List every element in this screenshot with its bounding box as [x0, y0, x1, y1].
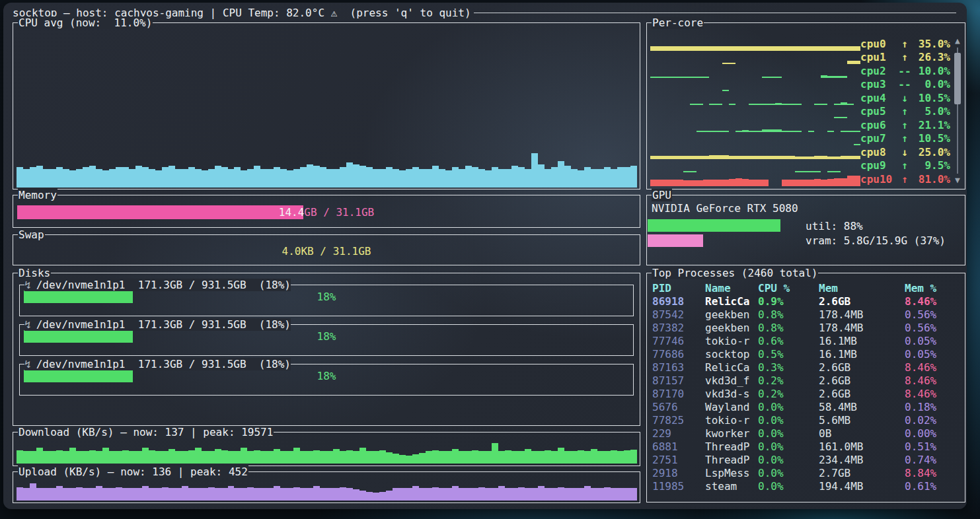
- upload-bar: [307, 488, 313, 501]
- gpu-vram-gauge-fill: [648, 234, 703, 247]
- upload-bar: [564, 488, 571, 501]
- upload-bar: [320, 488, 326, 501]
- core-name: cpu9: [860, 159, 897, 172]
- title-border-line: [474, 13, 956, 13]
- download-bar: [30, 451, 36, 464]
- upload-bar: [313, 486, 320, 501]
- download-bar: [182, 451, 188, 464]
- upload-bar: [155, 488, 162, 501]
- upload-bar: [340, 487, 346, 501]
- core-spark-bar: [847, 176, 854, 186]
- download-bar: [346, 450, 353, 464]
- process-table: PIDNameCPU %MemMem %86918RelicCa0.9%2.6G…: [652, 281, 961, 493]
- core-spark-bar: [775, 46, 782, 51]
- cpu-avg-bar: [307, 164, 313, 188]
- panel-download-title: Download (KB/s) — now: 137 | peak: 19571: [18, 426, 274, 438]
- process-mem-percent: 0.05%: [905, 348, 961, 361]
- process-name: tokio-r: [705, 414, 758, 427]
- process-mem: 161.0MB: [819, 440, 905, 453]
- process-row[interactable]: 87382geekben0.8%178.4MB0.56%: [652, 321, 961, 334]
- process-row[interactable]: 229kworker0.0%0B0.00%: [652, 427, 961, 440]
- process-row[interactable]: 11985steam0.0%194.4MB0.61%: [652, 479, 961, 493]
- scroll-up-icon[interactable]: ▲: [955, 36, 960, 46]
- panel-processes: Top Processes (2460 total) PIDNameCPU %M…: [646, 273, 965, 502]
- download-bar: [96, 451, 102, 464]
- process-cpu-percent: 0.2%: [758, 374, 819, 387]
- cpu-avg-bar: [492, 167, 498, 188]
- core-trend-icon: ↑: [897, 132, 912, 145]
- download-bar: [406, 456, 412, 464]
- core-spark-bar: [782, 180, 788, 186]
- core-sparkline-cpu4: [650, 92, 860, 105]
- core-spark-bar: [683, 46, 690, 51]
- process-row[interactable]: 6881ThreadP0.0%161.0MB0.51%: [652, 440, 961, 453]
- process-row[interactable]: 77686socktop0.5%16.1MB0.05%: [652, 347, 961, 361]
- column-header-pid: PID: [652, 282, 705, 294]
- disk-label: /dev/nvme1n1p1 171.3GB / 931.5GB (18%): [36, 358, 291, 370]
- download-bar: [287, 451, 293, 464]
- cpu-avg-bar: [426, 169, 432, 188]
- upload-bar: [287, 488, 293, 501]
- process-row[interactable]: 77746tokio-r0.6%16.1MB0.05%: [652, 334, 961, 347]
- terminal-window[interactable]: socktop — host: cachyos-gaming | CPU Tem…: [3, 3, 967, 509]
- cpu-avg-bar: [419, 169, 426, 188]
- cpu-avg-bar: [346, 162, 353, 188]
- core-spark-bar: [854, 46, 860, 51]
- core-name: cpu4: [860, 92, 897, 104]
- process-row[interactable]: 5676Wayland0.0%58.4MB0.18%: [652, 400, 961, 413]
- process-mem-percent: 0.61%: [905, 480, 961, 493]
- upload-bar: [445, 488, 452, 501]
- upload-bar: [17, 487, 23, 501]
- upload-bar: [359, 491, 366, 501]
- process-pid: 2918: [652, 467, 705, 479]
- process-row[interactable]: 2751ThreadP0.0%234.4MB0.74%: [652, 453, 961, 466]
- cpu-avg-bar: [30, 167, 36, 188]
- core-spark-bar: [834, 178, 841, 186]
- core-spark-bar: [690, 180, 697, 186]
- download-bar: [485, 451, 492, 464]
- cpu-avg-bar: [459, 169, 465, 188]
- download-bar: [492, 443, 498, 464]
- process-row[interactable]: 86918RelicCa0.9%2.6GB8.46%: [652, 294, 961, 308]
- upload-bar: [169, 488, 175, 501]
- scrollbar-thumb[interactable]: [954, 53, 961, 104]
- upload-bar: [149, 488, 155, 501]
- process-name: vkd3d-s: [705, 388, 758, 400]
- download-bar: [591, 449, 597, 464]
- core-row-cpu8: cpu8↓25.0%: [650, 145, 950, 159]
- download-bar: [221, 450, 228, 464]
- upload-bar: [472, 488, 478, 501]
- core-spark-bar: [802, 46, 808, 51]
- process-row[interactable]: 77825tokio-r0.0%5.6MB0.02%: [652, 413, 961, 427]
- process-row[interactable]: 87163RelicCa0.3%2.6GB8.46%: [652, 361, 961, 374]
- process-name: steam: [705, 480, 758, 493]
- scroll-down-icon[interactable]: ▼: [955, 176, 960, 185]
- core-spark-bar: [729, 179, 735, 186]
- download-bar: [102, 448, 109, 464]
- process-table-header: PIDNameCPU %MemMem %: [652, 281, 961, 294]
- disk-box-2: ↯/dev/nvme1n1p1 171.3GB / 931.5GB (18%)1…: [19, 364, 634, 396]
- cpu-avg-bar: [393, 169, 399, 188]
- process-row[interactable]: 87170vkd3d-s0.2%2.6GB8.46%: [652, 387, 961, 400]
- cpu-avg-bar: [50, 169, 56, 188]
- process-row[interactable]: 87157vkd3d_f0.2%2.6GB8.46%: [652, 374, 961, 387]
- panel-swap-title: Swap: [18, 228, 45, 241]
- cpu-avg-bar: [505, 169, 511, 188]
- upload-bar: [142, 486, 149, 501]
- core-trend-icon: ↑: [897, 51, 912, 63]
- per-core-scrollbar[interactable]: ▲ ▼: [952, 36, 963, 185]
- upload-bar: [182, 486, 188, 501]
- scrollbar-track[interactable]: [957, 48, 958, 174]
- core-spark-bar: [709, 180, 716, 186]
- upload-bar: [50, 488, 56, 501]
- download-bar: [439, 451, 445, 464]
- process-pid: 87157: [652, 374, 705, 387]
- upload-bar: [406, 488, 412, 501]
- download-bar: [89, 450, 96, 464]
- cpu-avg-bar: [313, 166, 320, 188]
- core-spark-bar: [827, 179, 834, 186]
- process-row[interactable]: 87542geekben0.8%178.4MB0.56%: [652, 308, 961, 321]
- core-name: cpu10: [860, 173, 897, 186]
- process-row[interactable]: 2918LspMess0.0%2.7GB8.84%: [652, 466, 961, 479]
- process-mem-percent: 8.46%: [905, 361, 961, 374]
